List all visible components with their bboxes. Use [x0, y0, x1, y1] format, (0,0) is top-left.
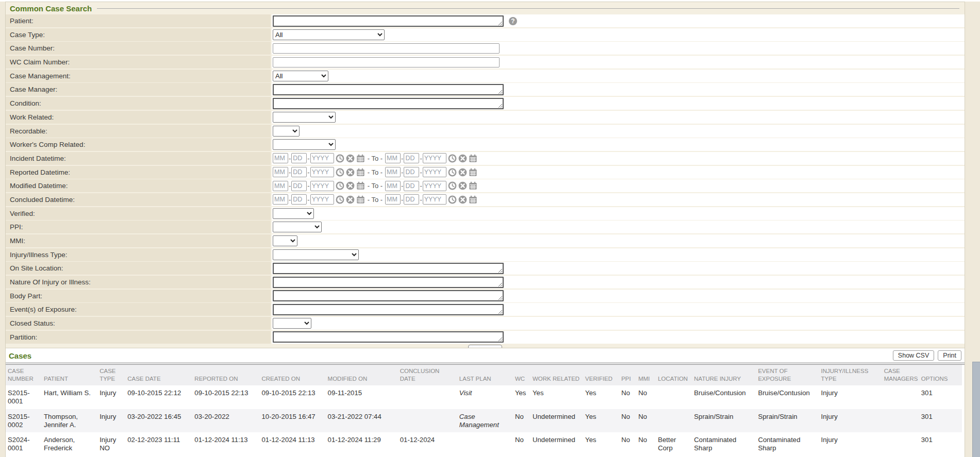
col-patient: PATIENT [42, 365, 97, 385]
clear-date-icon[interactable] [458, 195, 467, 204]
help-icon[interactable]: ? [509, 17, 517, 25]
cell-options: 301 [919, 385, 962, 409]
modified-from-day-input[interactable] [291, 181, 307, 191]
vertical-scrollbar[interactable] [972, 362, 980, 457]
concluded-to-month-input[interactable] [385, 194, 401, 205]
col-location: LOCATION [656, 365, 692, 385]
time-picker-icon[interactable] [336, 181, 344, 190]
condition-label: Condition: [6, 97, 271, 110]
cell-case-managers [882, 432, 919, 456]
patient-field[interactable] [273, 15, 504, 27]
calendar-icon[interactable] [356, 154, 365, 163]
clear-date-icon[interactable] [458, 181, 467, 190]
concluded-from-month-input[interactable] [273, 194, 288, 205]
time-picker-icon[interactable] [448, 168, 457, 177]
case-type-select[interactable]: All [273, 29, 385, 40]
reported-from-month-input[interactable] [273, 167, 288, 177]
modified-to-year-input[interactable] [423, 181, 446, 191]
time-picker-icon[interactable] [336, 168, 344, 177]
calendar-icon[interactable] [469, 195, 477, 204]
partition-field[interactable] [273, 331, 504, 343]
events-of-exposure-field[interactable] [273, 304, 504, 315]
cell-ppi: No [619, 409, 636, 433]
calendar-icon[interactable] [356, 195, 365, 204]
cell-reported-on: 03-20-2022 [192, 409, 259, 433]
incident-from-month-input[interactable] [273, 153, 288, 163]
clear-date-icon[interactable] [346, 195, 355, 204]
time-picker-icon[interactable] [336, 195, 344, 204]
clear-date-icon[interactable] [346, 154, 355, 163]
concluded-to-day-input[interactable] [404, 194, 419, 205]
condition-field[interactable] [273, 98, 504, 109]
clear-date-icon[interactable] [458, 168, 467, 177]
calendar-icon[interactable] [469, 168, 477, 177]
print-button[interactable]: Print [938, 350, 961, 361]
clear-date-icon[interactable] [458, 154, 467, 163]
case-number-field[interactable] [273, 43, 500, 54]
cell-last-plan: Case Management [457, 409, 513, 433]
case-type-row: Case Type: All [6, 28, 965, 41]
show-csv-button[interactable]: Show CSV [893, 350, 934, 361]
reported-to-month-input[interactable] [385, 167, 401, 177]
reported-datetime-label: Reported Datetime: [6, 166, 271, 179]
cell-reported-on: 09-10-2015 22:13 [192, 385, 259, 409]
reported-datetime-row: Reported Datetime: - - - To - - - [6, 166, 965, 179]
cell-event-of-exposure: Contaminated Sharp [756, 432, 819, 456]
case-management-select[interactable]: All [273, 71, 328, 81]
modified-to-day-input[interactable] [404, 181, 419, 191]
incident-to-day-input[interactable] [404, 153, 419, 163]
reported-to-year-input[interactable] [423, 167, 446, 177]
cell-case-number: S2015-0001 [6, 385, 42, 409]
mmi-select[interactable] [273, 235, 297, 246]
case-manager-field[interactable] [273, 84, 504, 95]
concluded-from-year-input[interactable] [310, 194, 334, 205]
reported-to-day-input[interactable] [404, 167, 419, 177]
ppi-select[interactable] [273, 222, 322, 232]
col-reported-on: REPORTED ON [192, 365, 259, 385]
case-number-label: Case Number: [6, 42, 271, 55]
calendar-icon[interactable] [356, 168, 365, 177]
closed-status-select[interactable] [273, 318, 311, 329]
form-title: Common Case Search [10, 4, 92, 13]
concluded-from-day-input[interactable] [291, 194, 307, 205]
body-part-label: Body Part: [6, 290, 271, 302]
clear-date-icon[interactable] [346, 181, 355, 190]
incident-from-year-input[interactable] [310, 153, 334, 163]
incident-from-day-input[interactable] [291, 153, 307, 163]
cell-case-number: S2024-0001 [6, 432, 42, 456]
workers-comp-related-select[interactable] [273, 139, 336, 150]
time-picker-icon[interactable] [336, 154, 344, 163]
cell-options: 301 [919, 409, 962, 433]
concluded-to-year-input[interactable] [423, 194, 446, 205]
cell-case-managers [882, 385, 919, 409]
nature-of-injury-field[interactable] [273, 277, 504, 288]
verified-select[interactable] [273, 208, 314, 219]
modified-from-year-input[interactable] [310, 181, 334, 191]
injury-illness-type-select[interactable] [273, 249, 359, 260]
table-row: S2024-0001 Anderson, Frederick Injury NO… [6, 432, 962, 456]
incident-to-month-input[interactable] [385, 153, 401, 163]
recordable-select[interactable] [273, 126, 300, 137]
col-work-related: WORK RELATED [530, 365, 583, 385]
modified-to-month-input[interactable] [385, 181, 401, 191]
clear-date-icon[interactable] [346, 168, 355, 177]
calendar-icon[interactable] [356, 181, 365, 190]
cell-created-on: 10-20-2015 16:47 [259, 409, 325, 433]
calendar-icon[interactable] [469, 181, 477, 190]
body-part-field[interactable] [273, 290, 504, 301]
reported-from-year-input[interactable] [310, 167, 334, 177]
on-site-location-field[interactable] [273, 263, 504, 274]
table-row: S2015-0001 Hart, William S. Injury 09-10… [6, 385, 962, 409]
col-verified: VERIFIED [583, 365, 619, 385]
calendar-icon[interactable] [469, 154, 477, 163]
cell-mmi: No [636, 432, 656, 456]
time-picker-icon[interactable] [448, 195, 457, 204]
cell-mmi: No [636, 409, 656, 433]
incident-to-year-input[interactable] [423, 153, 446, 163]
wc-claim-number-field[interactable] [273, 57, 500, 67]
modified-from-month-input[interactable] [273, 181, 288, 191]
reported-from-day-input[interactable] [291, 167, 307, 177]
time-picker-icon[interactable] [448, 181, 457, 190]
work-related-select[interactable] [273, 112, 336, 123]
time-picker-icon[interactable] [448, 154, 457, 163]
